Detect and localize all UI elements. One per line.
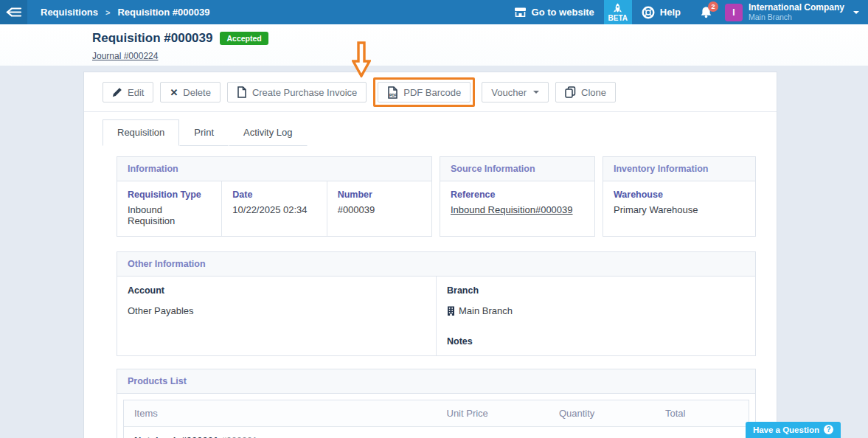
products-list-panel-title: Products List (117, 369, 755, 394)
product-name: Notebook #000001 (134, 435, 218, 438)
field-branch-notes: Branch Main Br (437, 277, 755, 355)
field-label: Warehouse (614, 190, 745, 200)
create-purchase-invoice-label: Create Purchase Invoice (252, 87, 357, 98)
field-label: Date (232, 190, 316, 200)
field-warehouse: Warehouse Primary Warehouse (603, 181, 755, 227)
go-to-website-label: Go to website (532, 7, 594, 18)
beta-badge: BETA (604, 0, 632, 24)
question-mark-icon: ? (824, 425, 833, 434)
sidebar-collapse-icon (6, 7, 22, 18)
other-information-body: Account Other Payables Branch (117, 277, 755, 355)
top-navbar: Requisitions > Requisition #000039 Go to… (0, 0, 868, 24)
create-purchase-invoice-button[interactable]: Create Purchase Invoice (227, 82, 367, 102)
field-value: #000039 (338, 204, 421, 215)
page-header: Requisition #000039 Accepted Journal #00… (0, 24, 868, 66)
unit-price-cell: 24.77 (437, 427, 549, 438)
voucher-label: Voucher (491, 87, 527, 98)
field-label: Number (338, 190, 421, 200)
pencil-icon (112, 87, 122, 97)
tab-print[interactable]: Print (179, 119, 229, 146)
tab-content: Information Requisition Type Inbound Req… (84, 146, 777, 438)
information-fields: Requisition Type Inbound Requisition Dat… (117, 181, 431, 236)
field-value: Main Branch (459, 305, 513, 316)
document-icon (237, 86, 247, 98)
breadcrumb-separator: > (105, 8, 110, 17)
delete-button[interactable]: ✕ Delete (160, 82, 220, 102)
products-table: Items Unit Price Quantity Total Notebook… (123, 400, 749, 438)
breadcrumb: Requisitions > Requisition #000039 (41, 0, 209, 24)
building-icon (447, 306, 455, 316)
company-text: International Company Main Branch (749, 2, 844, 22)
content-area: Edit ✕ Delete Create Purchase Invoice (0, 66, 868, 438)
navbar-right: Go to website BETA Help (504, 0, 868, 24)
products-list-panel: Products List Items Unit Price Quantity … (117, 369, 756, 438)
title-row: Requisition #000039 Accepted (92, 31, 268, 46)
field-value: Other Payables (128, 305, 426, 316)
page-title: Requisition #000039 (92, 31, 212, 46)
products-table-header: Items Unit Price Quantity Total (124, 400, 749, 427)
info-panels-row: Information Requisition Type Inbound Req… (117, 156, 756, 237)
field-value: Inbound Requisition (128, 204, 211, 226)
go-to-website-link[interactable]: Go to website (504, 0, 604, 24)
field-account: Account Other Payables (117, 277, 437, 355)
storefront-icon (514, 7, 527, 17)
lifebuoy-icon (642, 6, 655, 19)
company-name: International Company (749, 2, 844, 13)
tab-activity-log[interactable]: Activity Log (229, 119, 307, 146)
status-badge: Accepted (220, 32, 268, 45)
company-menu[interactable]: I International Company Main Branch (722, 0, 868, 24)
field-label: Account (128, 285, 426, 296)
field-requisition-type: Requisition Type Inbound Requisition (117, 181, 221, 236)
notification-count-badge: 2 (708, 1, 718, 12)
reference-link[interactable]: Inbound Requisition#000039 (451, 204, 573, 215)
information-panel-title: Information (117, 157, 431, 181)
other-information-panel: Other Information Account Other Payables… (117, 251, 756, 356)
highlight-arrow-icon (352, 41, 371, 77)
source-information-panel-title: Source Information (440, 157, 594, 181)
column-header-quantity: Quantity (549, 400, 655, 426)
clone-label: Clone (581, 87, 606, 98)
have-a-question-button[interactable]: Have a Question ? (746, 422, 841, 438)
tab-requisition[interactable]: Requisition (103, 119, 179, 146)
field-label: Reference (451, 190, 584, 200)
delete-label: Delete (183, 87, 211, 98)
clone-button[interactable]: Clone (555, 82, 616, 102)
field-value: Primary Warehouse (614, 204, 745, 215)
requisition-card: Edit ✕ Delete Create Purchase Invoice (83, 72, 777, 438)
beta-label: BETA (608, 15, 628, 22)
x-icon: ✕ (170, 88, 178, 97)
voucher-dropdown-button[interactable]: Voucher (482, 82, 549, 102)
field-label: Branch (447, 285, 745, 296)
notes-label: Notes (447, 336, 745, 347)
table-row: Notebook #000001#000001 (124, 427, 749, 438)
sidebar-collapse-button[interactable] (0, 0, 27, 24)
inventory-information-panel: Inventory Information Warehouse Primary … (603, 156, 756, 237)
clone-icon (565, 86, 576, 98)
pdf-barcode-button[interactable]: PDF PDF Barcode (378, 82, 471, 102)
other-information-panel-title: Other Information (117, 252, 755, 277)
field-date: Date 10/22/2025 02:34 (221, 181, 326, 236)
chevron-down-icon (853, 11, 859, 14)
have-a-question-label: Have a Question (753, 425, 819, 434)
edit-button[interactable]: Edit (103, 82, 153, 102)
column-header-unit-price: Unit Price (437, 400, 549, 426)
column-header-total: Total (655, 400, 749, 426)
branch-value: Main Branch (447, 305, 745, 316)
field-label: Requisition Type (128, 190, 211, 200)
tab-bar: Requisition Print Activity Log (103, 119, 777, 146)
breadcrumb-current: Requisition #000039 (117, 7, 209, 18)
field-value: 10/22/2025 02:34 (232, 204, 316, 215)
notifications-button[interactable]: 2 (690, 0, 722, 24)
pdf-document-icon: PDF (387, 86, 398, 99)
chevron-down-icon (533, 91, 539, 94)
product-name-line: Notebook #000001#000001 (134, 435, 426, 438)
inventory-information-panel-title: Inventory Information (603, 157, 755, 181)
quantity-cell: 1 (549, 427, 655, 438)
journal-link[interactable]: Journal #000224 (92, 51, 158, 61)
help-button[interactable]: Help (632, 0, 690, 24)
company-avatar: I (725, 4, 743, 21)
action-toolbar: Edit ✕ Delete Create Purchase Invoice (84, 72, 777, 112)
pdf-barcode-highlight-box: PDF PDF Barcode (373, 77, 475, 107)
breadcrumb-requisitions[interactable]: Requisitions (41, 7, 98, 18)
pdf-icon-label: PDF (389, 93, 397, 97)
